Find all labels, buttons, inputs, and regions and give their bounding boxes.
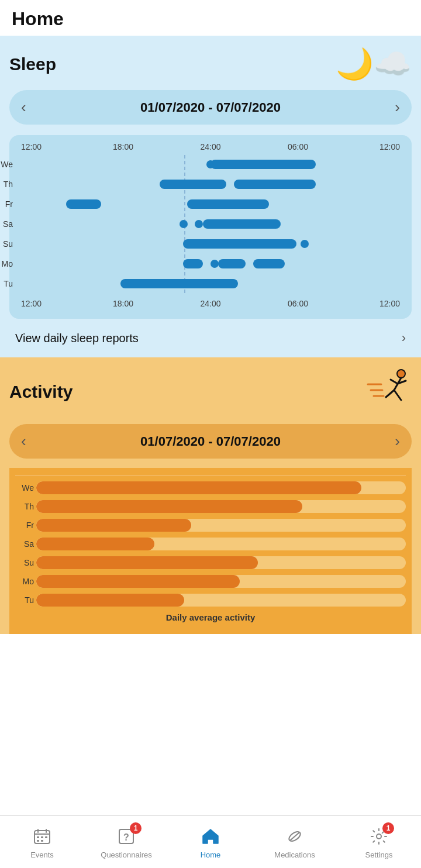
nav-label-medications: Medications (274, 850, 315, 859)
activity-icon (365, 368, 412, 416)
sleep-row-tu: Tu (15, 274, 406, 293)
nav-item-medications[interactable]: Medications (253, 825, 337, 859)
act-bar-bg-fr (36, 519, 406, 532)
activity-date-range: 01/07/2020 - 07/07/2020 (140, 434, 281, 449)
act-day-su: Su (15, 558, 34, 567)
axis-label: 06:00 (284, 142, 313, 151)
questionnaires-icon-wrap: ? 1 (113, 825, 139, 848)
sleep-bottom-axis: 12:00 18:00 24:00 06:00 12:00 (15, 294, 406, 312)
nav-item-home[interactable]: Home (168, 825, 253, 859)
day-label-su: Su (0, 239, 13, 249)
sleep-next-arrow[interactable]: › (395, 98, 400, 116)
day-label-fr: Fr (0, 199, 13, 209)
activity-row-th: Th (15, 500, 406, 513)
day-label-mo: Mo (0, 259, 13, 268)
events-icon (33, 828, 51, 845)
axis-label: 12:00 (371, 299, 400, 308)
sleep-row-su: Su (15, 235, 406, 253)
svg-point-0 (397, 370, 405, 378)
medications-icon (286, 828, 303, 845)
act-bar-bg-tu (36, 594, 406, 607)
activity-row-mo: Mo (15, 575, 406, 588)
act-day-we: We (15, 483, 34, 492)
nav-label-questionnaires: Questionnaires (101, 850, 151, 859)
act-bar-fill-tu (36, 594, 184, 607)
events-icon-wrap (29, 825, 55, 848)
home-icon-wrap (198, 825, 223, 848)
svg-rect-14 (41, 836, 43, 838)
view-sleep-text: View daily sleep reports (15, 332, 139, 345)
axis-label: 18:00 (109, 142, 138, 151)
act-day-mo: Mo (15, 577, 34, 586)
day-label-th: Th (0, 180, 13, 189)
sleep-date-picker[interactable]: ‹ 01/07/2020 - 07/07/2020 › (9, 90, 412, 125)
act-bar-bg-sa (36, 538, 406, 550)
sleep-icon: 🌙☁️ (336, 46, 412, 82)
svg-line-3 (391, 380, 398, 384)
activity-row-su: Su (15, 556, 406, 569)
settings-icon-wrap: 1 (366, 825, 392, 848)
nav-label-settings: Settings (365, 850, 393, 859)
act-day-fr: Fr (15, 521, 34, 530)
settings-badge: 1 (382, 822, 394, 834)
nav-item-events[interactable]: Events (0, 825, 84, 859)
sleep-date-range: 01/07/2020 - 07/07/2020 (140, 100, 281, 115)
svg-line-5 (386, 390, 394, 397)
act-bar-bg-su (36, 556, 406, 569)
nav-label-events: Events (30, 850, 54, 859)
axis-label: 12:00 (21, 142, 50, 151)
sleep-chart: 12:00 18:00 24:00 06:00 12:00 We Th (9, 135, 412, 319)
act-day-tu: Tu (15, 595, 34, 605)
activity-next-arrow[interactable]: › (395, 432, 400, 450)
svg-rect-15 (45, 836, 47, 838)
sleep-chart-body: We Th Fr (15, 155, 406, 293)
sleep-row-sa: Sa (15, 215, 406, 233)
sleep-row-we: We (15, 155, 406, 174)
sleep-top-axis: 12:00 18:00 24:00 06:00 12:00 (15, 142, 406, 155)
day-label-tu: Tu (0, 279, 13, 288)
svg-point-22 (377, 834, 381, 839)
act-bar-bg-th (36, 500, 406, 513)
sleep-row-fr: Fr (15, 195, 406, 213)
activity-row-fr: Fr (15, 519, 406, 532)
act-bar-fill-th (36, 500, 302, 513)
view-sleep-arrow: › (402, 330, 406, 346)
sleep-row-mo: Mo (15, 254, 406, 273)
axis-label: 24:00 (196, 142, 225, 151)
sleep-row-th: Th (15, 175, 406, 194)
axis-label: 12:00 (371, 142, 400, 151)
activity-row-tu: Tu (15, 594, 406, 607)
bottom-nav: Events ? 1 Questionnaires Home Medic (0, 815, 421, 868)
header: Home (0, 0, 421, 36)
day-label-we: We (0, 160, 13, 169)
act-bar-fill-sa (36, 538, 154, 550)
day-label-sa: Sa (0, 219, 13, 229)
sleep-prev-arrow[interactable]: ‹ (21, 98, 26, 116)
axis-label: 12:00 (21, 299, 50, 308)
activity-title: Activity (9, 382, 73, 402)
questionnaires-badge: 1 (130, 822, 142, 834)
medications-icon-wrap (282, 825, 308, 848)
activity-row-we: We (15, 481, 406, 494)
act-bar-fill-fr (36, 519, 191, 532)
axis-label: 24:00 (196, 299, 225, 308)
daily-avg-label: Daily average activity (15, 612, 406, 629)
home-icon (202, 828, 219, 845)
activity-row-sa: Sa (15, 538, 406, 550)
activity-section: Activity ‹ (0, 357, 421, 634)
nav-label-home: Home (201, 850, 221, 859)
axis-label: 18:00 (109, 299, 138, 308)
view-sleep-reports-link[interactable]: View daily sleep reports › (9, 319, 412, 357)
svg-line-4 (394, 390, 401, 400)
nav-item-settings[interactable]: 1 Settings (337, 825, 421, 859)
act-bar-fill-mo (36, 575, 240, 588)
activity-prev-arrow[interactable]: ‹ (21, 432, 26, 450)
chart-divider (15, 475, 406, 476)
svg-rect-13 (37, 836, 39, 838)
act-day-sa: Sa (15, 539, 34, 549)
sleep-title: Sleep (9, 54, 56, 74)
nav-item-questionnaires[interactable]: ? 1 Questionnaires (84, 825, 168, 859)
activity-date-picker[interactable]: ‹ 01/07/2020 - 07/07/2020 › (9, 424, 412, 459)
act-bar-fill-we (36, 481, 361, 494)
page-title: Home (12, 8, 64, 29)
